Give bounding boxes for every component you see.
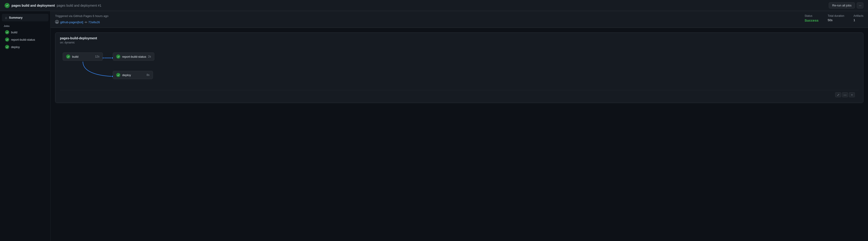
run-title: pages build and deployment pages build a…	[11, 4, 101, 7]
deploy-node-icon	[116, 73, 120, 77]
workflow-graph: build 12s report-build-status 2s	[60, 49, 859, 90]
status-label: Status	[805, 14, 818, 18]
sidebar-item-summary[interactable]: ⌂ Summary	[2, 14, 49, 21]
trigger-user-name: github-pages[bot]	[60, 21, 83, 24]
build-node-icon	[66, 54, 70, 59]
workflow-subtitle: on: dynamic	[60, 41, 859, 44]
sidebar-item-report-build-status[interactable]: report-build-status	[2, 36, 49, 43]
zoom-controls: ⤢ — +	[60, 90, 859, 99]
workflow-title: pages-build-deployment	[60, 36, 859, 40]
trigger-text: Triggered via GitHub Pages 6 hours ago	[55, 14, 796, 18]
status-value: Success	[805, 19, 818, 22]
build-node-label: build	[72, 55, 78, 58]
build-job-label: build	[11, 31, 17, 34]
report-node-time: 2s	[148, 55, 151, 58]
workflow-card: pages-build-deployment on: dynamic	[55, 32, 863, 103]
build-status-icon	[5, 30, 9, 34]
sidebar-item-deploy[interactable]: deploy	[2, 44, 49, 50]
zoom-in-button[interactable]: +	[849, 92, 855, 97]
job-node-build[interactable]: build 12s	[63, 52, 103, 61]
main-layout: ⌂ Summary Jobs build report-build-status…	[0, 11, 868, 241]
commit-hash-value: 73a0a26	[88, 21, 100, 24]
duration-meta: Total duration 50s	[828, 14, 844, 22]
workflow-connectors	[60, 49, 859, 90]
workflow-area: pages-build-deployment on: dynamic	[51, 28, 868, 108]
jobs-section-label: Jobs	[0, 22, 50, 28]
fit-view-button[interactable]: ⤢	[835, 92, 841, 97]
content-area: Triggered via GitHub Pages 6 hours ago g…	[51, 11, 868, 241]
report-build-status-icon	[5, 37, 9, 42]
build-node-time: 12s	[95, 55, 99, 58]
summary-header: Triggered via GitHub Pages 6 hours ago g…	[51, 11, 868, 28]
deploy-status-icon	[5, 45, 9, 49]
sidebar-summary-label: Summary	[9, 16, 23, 19]
zoom-out-button[interactable]: —	[842, 92, 848, 97]
home-icon: ⌂	[5, 16, 7, 20]
deploy-node-time: 8s	[147, 73, 150, 77]
job-node-deploy[interactable]: deploy 8s	[113, 71, 153, 79]
report-build-status-job-label: report-build-status	[11, 38, 35, 42]
artifacts-meta: Artifacts 1	[854, 14, 863, 22]
report-node-label: report-build-status	[122, 55, 146, 58]
job-node-report-build-status[interactable]: report-build-status 2s	[113, 52, 154, 61]
sidebar-item-build[interactable]: build	[2, 29, 49, 36]
trigger-user: github-pages[bot] 73a0a26	[55, 20, 796, 24]
deploy-node-label: deploy	[122, 73, 131, 77]
top-bar: pages build and deployment pages build a…	[0, 0, 868, 11]
report-node-icon	[116, 54, 120, 59]
status-meta: Status Success	[805, 14, 818, 22]
top-bar-actions: Re-run all jobs ···	[829, 2, 863, 8]
trigger-meta: Triggered via GitHub Pages 6 hours ago g…	[55, 14, 796, 24]
run-status-badge	[5, 3, 10, 8]
commit-hash: 73a0a26	[85, 21, 100, 24]
title-area: pages build and deployment pages build a…	[5, 3, 101, 8]
artifacts-label: Artifacts	[854, 14, 863, 18]
deploy-job-label: deploy	[11, 45, 20, 49]
sidebar: ⌂ Summary Jobs build report-build-status…	[0, 11, 51, 241]
duration-value: 50s	[828, 19, 844, 22]
more-options-button[interactable]: ···	[857, 2, 863, 8]
artifacts-value: 1	[854, 19, 863, 22]
rerun-all-button[interactable]: Re-run all jobs	[829, 2, 855, 8]
user-icon	[55, 20, 59, 24]
duration-label: Total duration	[828, 14, 844, 18]
svg-point-0	[57, 21, 57, 22]
